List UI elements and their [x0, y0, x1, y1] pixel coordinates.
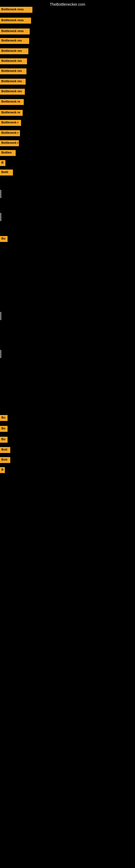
vertical-line	[1, 350, 1, 358]
bottleneck-item: Bo	[0, 437, 8, 443]
bottleneck-item: Bottleneck resu	[0, 7, 32, 13]
bottleneck-item: Bott	[0, 447, 10, 453]
bottleneck-item: Bo	[0, 236, 8, 242]
vertical-line	[1, 190, 1, 198]
bottleneck-item: Bott	[0, 457, 10, 463]
bottleneck-item: Bottleneck r	[0, 140, 19, 146]
vertical-line	[1, 312, 1, 320]
bottleneck-item: Bottlen	[0, 150, 16, 156]
bottleneck-item: Bottleneck resu	[0, 29, 30, 34]
bottleneck-item: Bottleneck r	[0, 120, 21, 126]
bottleneck-item: Bottl	[0, 169, 13, 176]
bottleneck-item: Bottleneck res	[0, 48, 28, 54]
bottleneck-item: Bottleneck res	[0, 68, 27, 74]
site-title: TheBottlenecker.com	[50, 2, 85, 6]
bottleneck-item: B	[0, 467, 5, 473]
bottleneck-item: Bottleneck res	[0, 89, 25, 95]
bottleneck-item: Bottleneck re	[0, 99, 24, 105]
bottleneck-item: Bottleneck res	[0, 58, 27, 64]
bottleneck-item: Bo	[0, 415, 8, 421]
bottleneck-item: Bottleneck res	[0, 79, 26, 85]
bottleneck-item: Bottleneck r	[0, 130, 20, 136]
vertical-line	[1, 213, 1, 221]
bottleneck-item: Bottleneck resu	[0, 18, 31, 24]
bottleneck-item: Bo	[0, 426, 8, 432]
bottleneck-item: B	[0, 160, 5, 166]
bottleneck-item: Bottleneck re	[0, 110, 23, 116]
bottleneck-item: Bottleneck res	[0, 38, 29, 44]
